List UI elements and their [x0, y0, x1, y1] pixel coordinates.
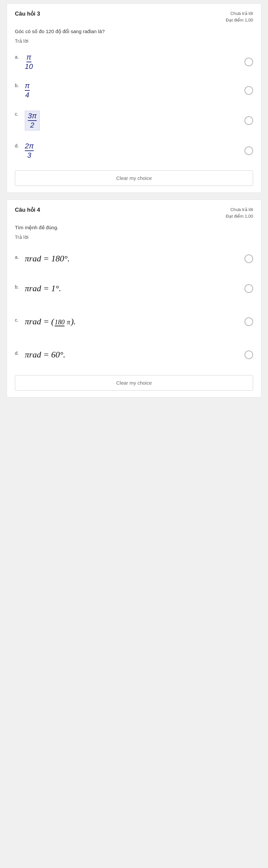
question-header-3: Câu hỏi 3 Chưa trả lời Đạt điểm 1,00 — [7, 4, 261, 27]
option-letter-4d: d. — [15, 350, 21, 356]
option-content-3b: π 4 — [25, 82, 30, 99]
options-list-3: a. π 10 b. π — [7, 48, 261, 165]
option-row-3b[interactable]: b. π 4 — [15, 76, 253, 105]
question-text-4: Tìm mệnh đề đúng. — [7, 223, 261, 233]
page-wrapper: Câu hỏi 3 Chưa trả lời Đạt điểm 1,00 Góc… — [0, 0, 268, 407]
option-letter-3a: a. — [15, 54, 21, 60]
option-letter-4b: b. — [15, 284, 21, 289]
option-content-3d: 2π 3 — [25, 143, 34, 159]
clear-button-4[interactable]: Clear my choice — [15, 375, 253, 391]
radio-4a[interactable] — [244, 254, 253, 263]
option-letter-4c: c. — [15, 317, 21, 323]
question-card-4: Câu hỏi 4 Chưa trả lời Đạt điểm 1,00 Tìm… — [7, 199, 261, 398]
question-header-4: Câu hỏi 4 Chưa trả lời Đạt điểm 1,00 — [7, 200, 261, 223]
question-title-4: Câu hỏi 4 — [15, 207, 40, 213]
question-card-3: Câu hỏi 3 Chưa trả lời Đạt điểm 1,00 Góc… — [7, 3, 261, 193]
radio-4d[interactable] — [244, 350, 253, 359]
options-list-4: a. πrad = 180°. b. πrad = 1°. c. πrad = — [7, 244, 261, 370]
option-row-3d[interactable]: d. 2π 3 — [15, 136, 253, 165]
option-content-4a: πrad = 180°. — [25, 254, 70, 264]
radio-4c[interactable] — [244, 317, 253, 326]
clear-button-3[interactable]: Clear my choice — [15, 170, 253, 186]
radio-3a[interactable] — [244, 58, 253, 66]
question-text-3: Góc có số đo 120 độ đổi sang rađian là? — [7, 27, 261, 37]
option-row-4c[interactable]: c. πrad = ( 180 π ). — [15, 304, 253, 340]
answer-label-3: Trả lời — [7, 37, 261, 48]
option-content-4c: πrad = ( 180 π ). — [25, 317, 76, 327]
option-letter-4a: a. — [15, 254, 21, 260]
option-row-3a[interactable]: a. π 10 — [15, 48, 253, 76]
radio-3c[interactable] — [244, 116, 253, 125]
option-row-4a[interactable]: a. πrad = 180°. — [15, 244, 253, 274]
option-letter-3d: d. — [15, 143, 21, 148]
option-letter-3b: b. — [15, 83, 21, 88]
question-status-4: Chưa trả lời Đạt điểm 1,00 — [226, 207, 253, 219]
radio-3d[interactable] — [244, 147, 253, 155]
radio-4b[interactable] — [244, 284, 253, 293]
question-title-3: Câu hỏi 3 — [15, 10, 40, 17]
option-content-4b: πrad = 1°. — [25, 284, 61, 293]
option-letter-3c: c. — [15, 111, 21, 117]
option-content-4d: πrad = 60°. — [25, 350, 66, 360]
option-content-3c: 3π 2 — [25, 111, 40, 130]
option-row-4b[interactable]: b. πrad = 1°. — [15, 274, 253, 304]
option-content-3a: π 10 — [25, 54, 33, 70]
question-status-3: Chưa trả lời Đạt điểm 1,00 — [226, 10, 253, 23]
option-row-4d[interactable]: d. πrad = 60°. — [15, 340, 253, 370]
radio-3b[interactable] — [244, 86, 253, 95]
answer-label-4: Trả lời — [7, 233, 261, 244]
option-row-3c[interactable]: c. 3π 2 — [15, 105, 253, 136]
